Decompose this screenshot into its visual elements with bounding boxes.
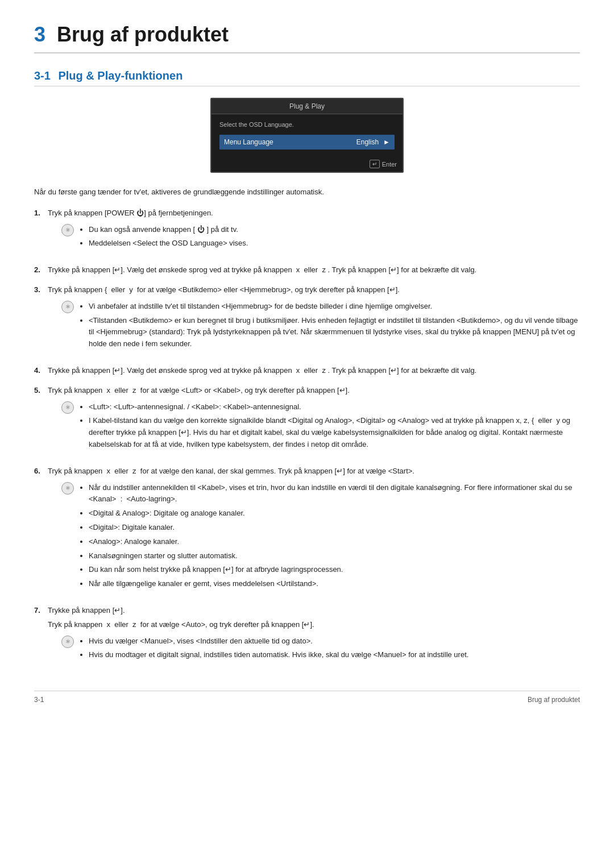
footer: 3-1 Brug af produktet [34,691,580,704]
step-4-content: Trykke på knappen [↵]. Vælg det ønskede … [48,365,580,377]
osd-enter-button: ↵ Enter [370,160,397,168]
step-5-note-content: <Luft>: <Luft>-antennesignal. / <Kabel>:… [80,401,580,453]
note-icon: ⚛ [61,401,74,414]
step-3-note-content: Vi anbefaler at indstille tv'et til tils… [80,301,580,352]
steps-container: 1. Tryk på knappen [POWER ⏻] på fjernbet… [34,207,580,668]
list-item: Meddelelsen <Select the OSD Language> vi… [89,238,580,250]
step-6-num: 6. [34,466,44,597]
step-6-content: Tryk på knappen x eller z for at vælge d… [48,466,580,597]
osd-subtitle: Select the OSD Language. [219,121,395,128]
step-2-num: 2. [34,264,44,276]
step-7-note: ⚛ Hvis du vælger <Manuel>, vises <Indsti… [61,636,580,664]
intro-text: Når du første gang tænder for tv'et, akt… [34,186,580,198]
list-item: <Digital>: Digitale kanaler. [89,522,580,534]
osd-enter-label: Enter [382,161,397,168]
step-1-note-content: Du kan også anvende knappen [ ⏻ ] på dit… [80,224,580,252]
list-item: Kanalsøgningen starter og slutter automa… [89,550,580,562]
step-3-num: 3. [34,284,44,357]
step-3-note: ⚛ Vi anbefaler at indstille tv'et til ti… [61,301,580,352]
osd-menu-label: Menu Language [224,138,356,146]
step-2: 2. Trykke på knappen [↵]. Vælg det ønske… [34,264,580,276]
list-item: <Luft>: <Luft>-antennesignal. / <Kabel>:… [89,401,580,413]
osd-title: Plug & Play [211,99,403,114]
step-1-content: Tryk på knappen [POWER ⏻] på fjernbetjen… [48,207,580,256]
list-item: Hvis du modtager et digitalt signal, ind… [89,649,580,661]
osd-enter-icon: ↵ [370,160,380,168]
list-item: Vi anbefaler at indstille tv'et til tils… [89,301,580,313]
step-5-note: ⚛ <Luft>: <Luft>-antennesignal. / <Kabel… [61,401,580,453]
note-icon: ⚛ [61,482,74,495]
footer-section-label: Brug af produktet [528,696,580,704]
note-icon: ⚛ [61,224,74,236]
step-6: 6. Tryk på knappen x eller z for at vælg… [34,466,580,597]
footer-page-num: 3-1 [34,696,44,704]
step-3: 3. Tryk på knappen { eller y for at vælg… [34,284,580,357]
step-6-note-content: Når du indstiller antennekilden til <Kab… [80,482,580,592]
step-5-text: Tryk på knappen x eller z for at vælge <… [48,386,350,394]
step-3-content: Tryk på knappen { eller y for at vælge <… [48,284,580,357]
section-title: 3-1 Plug & Play-funktionen [34,69,580,86]
step-7-subtext: Tryk på knappen x eller z for at vælge <… [48,619,580,631]
osd-menu-value: English [356,138,379,146]
osd-footer: ↵ Enter [211,156,403,172]
step-4-num: 4. [34,365,44,377]
step-1-num: 1. [34,207,44,256]
osd-arrow-icon: ► [383,138,390,146]
step-3-text: Tryk på knappen { eller y for at vælge <… [48,285,400,294]
step-6-note: ⚛ Når du indstiller antennekilden til <K… [61,482,580,592]
step-2-text: Trykke på knappen [↵]. Vælg det ønskede … [48,265,476,274]
list-item: Hvis du vælger <Manuel>, vises <Indstill… [89,636,580,647]
step-1: 1. Tryk på knappen [POWER ⏻] på fjernbet… [34,207,580,256]
list-item: <Digital & Analog>: Digitale og analoge … [89,508,580,520]
step-5: 5. Tryk på knappen x eller z for at vælg… [34,385,580,458]
step-2-content: Trykke på knappen [↵]. Vælg det ønskede … [48,264,580,276]
list-item: Du kan også anvende knappen [ ⏻ ] på dit… [89,224,580,236]
list-item: Når du indstiller antennekilden til <Kab… [89,482,580,506]
step-1-note: ⚛ Du kan også anvende knappen [ ⏻ ] på d… [61,224,580,252]
note-icon: ⚛ [61,301,74,313]
step-5-num: 5. [34,385,44,458]
list-item: Når alle tilgængelige kanaler er gemt, v… [89,578,580,590]
osd-menu-row: Menu Language English ► [219,135,395,149]
list-item: <Tilstanden <Butikdemo> er kun beregnet … [89,315,580,350]
step-4: 4. Trykke på knappen [↵]. Vælg det ønske… [34,365,580,377]
osd-screen: Plug & Play Select the OSD Language. Men… [210,98,404,173]
step-6-text: Tryk på knappen x eller z for at vælge d… [48,467,414,475]
step-1-text: Tryk på knappen [POWER ⏻] på fjernbetjen… [48,209,213,217]
list-item: I Kabel-tilstand kan du vælge den korrek… [89,415,580,450]
chapter-num: 3 [34,23,45,46]
step-7-num: 7. [34,605,44,668]
list-item: Du kan når som helst trykke på knappen [… [89,564,580,576]
note-icon: ⚛ [61,636,74,648]
step-7: 7. Trykke på knappen [↵]. Tryk på knappe… [34,605,580,668]
step-5-content: Tryk på knappen x eller z for at vælge <… [48,385,580,458]
step-7-text: Trykke på knappen [↵]. [48,605,580,617]
chapter-title: 3 Brug af produktet [34,23,580,53]
step-7-content: Trykke på knappen [↵]. Tryk på knappen x… [48,605,580,668]
step-7-note-content: Hvis du vælger <Manuel>, vises <Indstill… [80,636,580,664]
list-item: <Analog>: Analoge kanaler. [89,536,580,548]
step-4-text: Trykke på knappen [↵]. Vælg det ønskede … [48,366,476,375]
